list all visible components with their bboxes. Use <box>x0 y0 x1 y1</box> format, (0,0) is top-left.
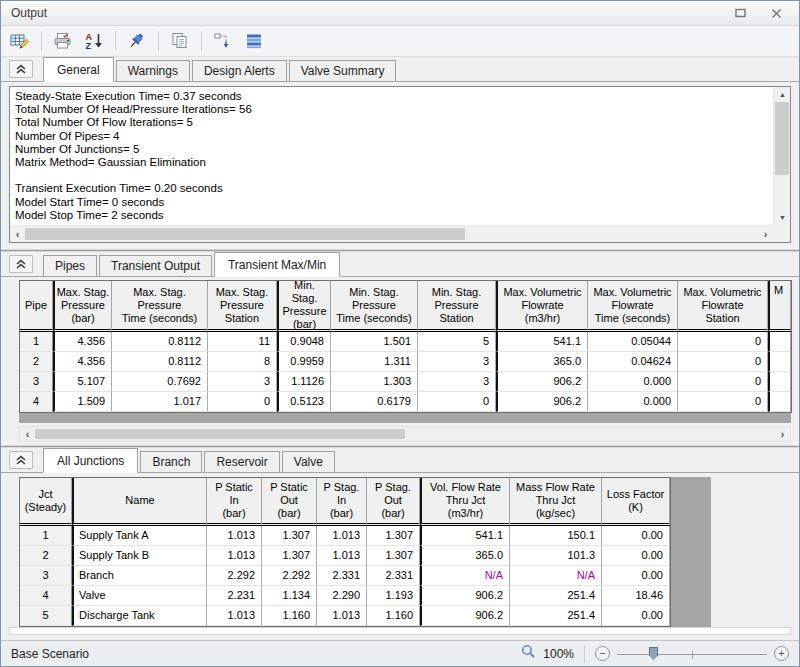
table-cell[interactable]: 0.5123 <box>277 392 331 412</box>
table-cell[interactable]: 0.00 <box>602 566 670 586</box>
table-cell[interactable]: 1.307 <box>367 546 420 566</box>
tab-valve[interactable]: Valve <box>282 451 335 472</box>
table-cell[interactable]: 0.05044 <box>588 332 678 352</box>
tab-valve-summary[interactable]: Valve Summary <box>289 60 397 81</box>
table-cell[interactable]: 0.00 <box>602 526 670 546</box>
table-cell[interactable]: 2.290 <box>317 586 367 606</box>
table-cell[interactable]: 3 <box>20 566 72 586</box>
vertical-scrollbar[interactable]: ▲ ▼ <box>773 87 790 225</box>
close-icon[interactable] <box>769 6 783 20</box>
table-cell[interactable]: 0 <box>678 372 768 392</box>
column-header[interactable]: Max. Stag. Pressure (bar) <box>53 281 112 332</box>
collapse-panel-icon[interactable] <box>9 255 33 273</box>
tab-warnings[interactable]: Warnings <box>116 60 190 81</box>
table-cell[interactable]: 2.331 <box>367 566 420 586</box>
column-header[interactable]: Max. Volumetric Flowrate Time (seconds) <box>588 281 678 332</box>
table-cell[interactable] <box>768 392 791 412</box>
maximize-icon[interactable] <box>733 6 747 20</box>
scrollbar-thumb[interactable] <box>775 102 789 175</box>
column-header[interactable]: Loss Factor (K) <box>602 478 670 526</box>
sort-icon[interactable]: A Z <box>81 29 107 53</box>
table-cell[interactable] <box>768 372 791 392</box>
table-cell[interactable]: 906.2 <box>496 372 588 392</box>
tab-design-alerts[interactable]: Design Alerts <box>192 60 287 81</box>
table-cell[interactable]: 5 <box>20 606 72 626</box>
table-cell[interactable]: 18.46 <box>602 586 670 606</box>
table-cell[interactable]: 1.509 <box>53 392 112 412</box>
show-connections-icon[interactable] <box>210 29 236 53</box>
table-cell[interactable]: 1.303 <box>331 372 418 392</box>
table-cell[interactable]: 8 <box>208 352 277 372</box>
zoom-in-icon[interactable]: + <box>774 646 789 661</box>
table-cell[interactable]: 0.04624 <box>588 352 678 372</box>
column-header[interactable]: Min. Stag. Pressure Station <box>418 281 496 332</box>
column-header[interactable]: P Stag. In (bar) <box>317 478 367 526</box>
zoom-slider[interactable] <box>617 646 767 662</box>
table-cell[interactable]: N/A <box>510 566 602 586</box>
table-cell[interactable]: 1.307 <box>367 526 420 546</box>
table-cell[interactable]: Valve <box>72 586 207 606</box>
table-cell[interactable]: 4 <box>20 392 53 412</box>
zoom-slider-thumb[interactable] <box>649 647 658 661</box>
table-cell[interactable]: 251.4 <box>510 586 602 606</box>
scrollbar-thumb[interactable] <box>25 228 465 240</box>
horizontal-scrollbar[interactable]: ‹ › <box>19 426 791 442</box>
table-cell[interactable]: 1.1126 <box>277 372 331 392</box>
table-cell[interactable]: 1.307 <box>262 546 317 566</box>
tab-branch[interactable]: Branch <box>140 451 202 472</box>
column-header[interactable]: P Static In (bar) <box>207 478 262 526</box>
copy-icon[interactable] <box>167 29 193 53</box>
table-cell[interactable]: 2 <box>20 352 53 372</box>
table-cell[interactable]: 1.160 <box>262 606 317 626</box>
column-header[interactable]: Max. Volumetric Flowrate (m3/hr) <box>496 281 588 332</box>
table-cell[interactable]: 3 <box>418 372 496 392</box>
column-header[interactable]: Min. Stag. Pressure (bar) <box>277 281 331 332</box>
table-cell[interactable]: 0.00 <box>602 546 670 566</box>
table-cell[interactable]: 3 <box>208 372 277 392</box>
table-cell[interactable]: 0.9048 <box>277 332 331 352</box>
tab-general[interactable]: General <box>43 57 114 82</box>
column-header[interactable]: P Static Out (bar) <box>262 478 317 526</box>
horizontal-scrollbar[interactable]: ‹ › <box>10 225 773 242</box>
table-cell[interactable]: 0 <box>208 392 277 412</box>
table-cell[interactable]: 1.013 <box>207 606 262 626</box>
output-control-icon[interactable] <box>7 29 33 53</box>
scroll-left-icon[interactable]: ‹ <box>20 427 35 442</box>
tab-reservoir[interactable]: Reservoir <box>204 451 279 472</box>
table-cell[interactable]: 1.160 <box>367 606 420 626</box>
table-cell[interactable]: 0.8112 <box>112 332 208 352</box>
print-icon[interactable] <box>50 29 76 53</box>
table-cell[interactable]: 0.9959 <box>277 352 331 372</box>
table-cell[interactable]: Branch <box>72 566 207 586</box>
table-cell[interactable]: Supply Tank A <box>72 526 207 546</box>
table-cell[interactable]: 1.307 <box>262 526 317 546</box>
table-cell[interactable]: 0 <box>678 352 768 372</box>
table-cell[interactable]: 2 <box>20 546 72 566</box>
column-header[interactable]: M <box>768 281 791 332</box>
table-cell[interactable]: 1.311 <box>331 352 418 372</box>
column-header[interactable]: Max. Volumetric Flowrate Station <box>678 281 768 332</box>
table-cell[interactable]: 1.013 <box>207 546 262 566</box>
collapse-panel-icon[interactable] <box>9 451 33 469</box>
scroll-up-icon[interactable]: ▲ <box>774 87 791 102</box>
scroll-right-icon[interactable]: › <box>775 427 790 442</box>
table-cell[interactable]: 0.8112 <box>112 352 208 372</box>
column-header[interactable]: Max. Stag. Pressure Station <box>208 281 277 332</box>
scroll-down-icon[interactable]: ▼ <box>774 210 791 225</box>
collapse-panel-icon[interactable] <box>9 60 33 78</box>
table-cell[interactable]: 0.000 <box>588 392 678 412</box>
table-cell[interactable]: 251.4 <box>510 606 602 626</box>
table-cell[interactable]: Discharge Tank <box>72 606 207 626</box>
horizontal-scrollbar[interactable] <box>9 627 791 635</box>
table-cell[interactable]: 5.107 <box>53 372 112 392</box>
table-cell[interactable]: 365.0 <box>420 546 510 566</box>
table-cell[interactable]: 1.193 <box>367 586 420 606</box>
table-cell[interactable]: 906.2 <box>420 606 510 626</box>
table-cell[interactable]: 101.3 <box>510 546 602 566</box>
table-cell[interactable]: N/A <box>420 566 510 586</box>
tab-transient-max-min[interactable]: Transient Max/Min <box>214 252 340 277</box>
column-header[interactable]: Max. Stag. Pressure Time (seconds) <box>112 281 208 332</box>
table-cell[interactable]: 1.501 <box>331 332 418 352</box>
table-cell[interactable]: 4.356 <box>53 352 112 372</box>
table-cell[interactable]: 11 <box>208 332 277 352</box>
